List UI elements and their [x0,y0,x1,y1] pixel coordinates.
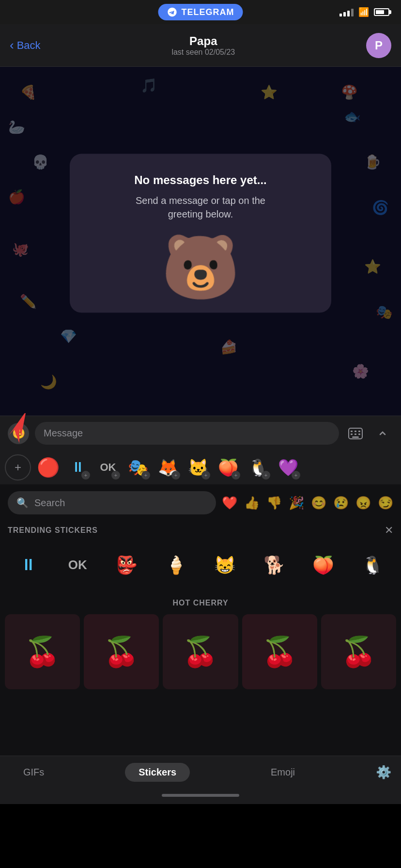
sticker-plus-icon: + [81,471,90,480]
sticker-thumb-6[interactable]: 🍑 + [215,454,241,480]
bottom-tab-bar: GIFs Stickers Emoji ⚙️ [0,756,401,787]
cherry-sticker-4[interactable]: 🍒 [321,614,396,689]
cherry-sticker-1[interactable]: 🍒 [84,614,159,689]
sticker-search-bar[interactable]: 🔍 Search [8,491,216,514]
message-input[interactable]: Message [35,422,339,445]
trending-sticker-0[interactable]: ll [5,542,52,589]
keyboard-button[interactable] [345,423,366,444]
sticker-plus-icon-8: + [292,471,300,480]
empty-message-card: No messages here yet... Send a message o… [70,154,331,313]
sticker-thumb-5[interactable]: 🐱 + [185,454,211,480]
telegram-badge: TELEGRAM [158,4,243,20]
svg-rect-7 [358,434,360,435]
avatar[interactable]: P [366,33,391,58]
svg-rect-6 [355,434,356,435]
trending-sticker-5[interactable]: 🐕 [251,542,298,589]
expand-button[interactable] [372,423,393,444]
nav-bar: ‹ Back Papa last seen 02/05/23 P [0,24,401,67]
svg-rect-5 [351,434,353,435]
trending-sticker-grid: ll OK 👺 🍦 😸 🐕 🍑 🐧 [0,542,401,594]
telegram-icon [167,7,178,17]
hot-cherry-title: HOT CHERRY [0,599,401,607]
empty-title: No messages here yet... [89,173,312,187]
last-seen: last seen 02/05/23 [41,48,366,57]
cherry-sticker-grid: 🍒 🍒 🍒 🍒 🍒 [0,614,401,689]
tab-gifs-label: GIFs [23,767,44,778]
search-input[interactable]: Search [34,497,207,509]
filter-smirk[interactable]: 😏 [378,496,393,511]
trending-sticker-7[interactable]: 🐧 [349,542,397,589]
trending-sticker-1[interactable]: OK [54,542,102,589]
message-input-area: 😊 Message [0,416,401,450]
chat-area: 🍕 🎵 ⭐ 🍄 🦢 🐟 💀 🍺 🍎 🌀 🐙 ⭐ ✏️ 🎭 💎 🍰 🌸 🌙 No … [0,67,401,416]
back-button[interactable]: ‹ Back [10,38,41,53]
tab-gifs[interactable]: GIFs [10,763,58,782]
status-icons: 📶 [339,7,389,17]
sticker-thumb-0[interactable]: 🔴 [35,454,61,480]
back-label: Back [17,39,41,52]
sticker-thumb-3[interactable]: 🎭 + [125,454,151,480]
empty-subtitle: Send a message or tap on thegreeting bel… [89,194,312,221]
back-chevron-icon: ‹ [10,38,14,53]
filter-heart[interactable]: ❤️ [222,496,237,511]
trending-sticker-2[interactable]: 👺 [103,542,151,589]
sticker-thumb-8[interactable]: 💜 + [275,454,301,480]
tab-stickers-label: Stickers [139,767,176,778]
bear-sticker[interactable]: 🐻 [89,235,312,298]
message-placeholder: Message [44,428,83,439]
add-sticker-button[interactable]: + [5,454,31,480]
hot-cherry-section: HOT CHERRY 🍒 🍒 🍒 🍒 🍒 [0,594,401,694]
filter-sad[interactable]: 😢 [333,496,349,511]
sticker-plus-icon-3: + [141,471,150,480]
svg-rect-3 [355,431,356,432]
input-row-wrapper: 😊 Message [0,416,401,450]
sticker-row: + 🔴 ll + OK + 🎭 + 🦊 + 🐱 + 🍑 + 🐧 + 💜 + [0,450,401,484]
search-icon: 🔍 [16,497,29,509]
cherry-sticker-3[interactable]: 🍒 [242,614,317,689]
home-indicator [0,787,401,804]
wifi-icon: 📶 [358,7,369,17]
trending-title: TRENDING STICKERS [8,526,98,535]
sticker-plus-icon-2: + [111,471,120,480]
battery-icon [374,8,389,16]
settings-icon[interactable]: ⚙️ [376,765,391,780]
close-trending-button[interactable]: ✕ [385,524,393,537]
tab-emoji-label: Emoji [271,767,295,778]
sticker-plus-icon-4: + [171,471,180,480]
filter-party[interactable]: 🎉 [289,496,304,511]
contact-name: Papa [41,34,366,48]
sticker-plus-icon-5: + [201,471,210,480]
filter-thumbsdown[interactable]: 👎 [266,496,282,511]
trending-sticker-3[interactable]: 🍦 [153,542,200,589]
nav-center: Papa last seen 02/05/23 [41,34,366,57]
emoji-button[interactable]: 😊 [8,423,29,444]
filter-smile[interactable]: 😊 [311,496,326,511]
sticker-thumb-1[interactable]: ll + [65,454,91,480]
trending-section-header: TRENDING STICKERS ✕ [0,519,401,542]
home-bar [162,794,239,797]
sticker-thumb-2[interactable]: OK + [95,454,121,480]
sticker-thumb-7[interactable]: 🐧 + [245,454,271,480]
cherry-sticker-0[interactable]: 🍒 [5,614,80,689]
sticker-picker: 🔍 Search ❤️ 👍 👎 🎉 😊 😢 😠 😏 TRENDING STICK… [0,484,401,756]
signal-icon [339,8,354,16]
svg-rect-2 [351,431,353,432]
sticker-plus-icon-7: + [262,471,270,480]
tab-stickers[interactable]: Stickers [125,763,190,782]
filter-thumbsup[interactable]: 👍 [244,496,260,511]
trending-sticker-6[interactable]: 🍑 [300,542,347,589]
trending-sticker-4[interactable]: 😸 [201,542,249,589]
svg-rect-4 [358,431,360,432]
cherry-sticker-2[interactable]: 🍒 [163,614,238,689]
status-bar: TELEGRAM 📶 [0,0,401,24]
filter-angry[interactable]: 😠 [355,496,371,511]
sticker-plus-icon-6: + [231,471,240,480]
sticker-thumb-4[interactable]: 🦊 + [155,454,181,480]
svg-rect-8 [352,436,359,438]
tab-emoji[interactable]: Emoji [257,763,308,782]
